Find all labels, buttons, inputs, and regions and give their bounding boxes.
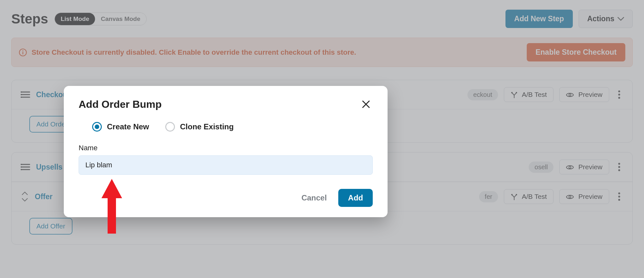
modal-overlay[interactable]: Add Order Bump Create New Clone Existing… [0,0,644,278]
radio-label-clone: Clone Existing [180,122,234,131]
radio-clone-existing[interactable]: Clone Existing [165,122,234,132]
modal-footer: Cancel Add [79,189,373,207]
radio-icon [165,122,175,132]
add-order-bump-modal: Add Order Bump Create New Clone Existing… [64,86,388,217]
cancel-button[interactable]: Cancel [302,193,327,202]
name-input[interactable] [79,155,373,175]
radio-icon [92,122,102,132]
add-button[interactable]: Add [338,189,373,207]
modal-header: Add Order Bump [79,97,373,111]
radio-group: Create New Clone Existing [79,122,373,132]
close-icon[interactable] [359,97,373,111]
radio-create-new[interactable]: Create New [92,122,149,132]
radio-label-create: Create New [107,122,149,131]
modal-title: Add Order Bump [79,98,162,110]
name-field-label: Name [79,144,373,152]
